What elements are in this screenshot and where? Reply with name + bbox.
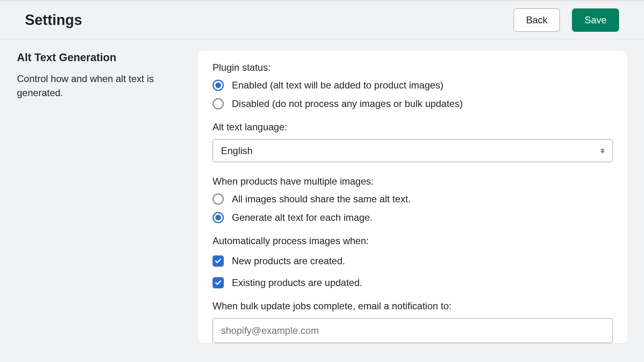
section-title: Alt Text Generation (17, 51, 190, 64)
plugin-status-disabled[interactable]: Disabled (do not process any images or b… (213, 98, 613, 109)
option-label: Enabled (alt text will be added to produ… (232, 80, 444, 91)
option-label: All images should share the same alt tex… (232, 193, 411, 205)
checkbox-checked-icon (213, 255, 224, 267)
language-label: Alt text language: (213, 121, 613, 133)
multi-image-label: When products have multiple images: (213, 176, 613, 187)
plugin-status-group: Plugin status: Enabled (alt text will be… (213, 62, 613, 109)
auto-process-label: Automatically process images when: (213, 235, 613, 247)
notify-label: When bulk update jobs complete, email a … (213, 300, 613, 312)
auto-process-updated[interactable]: Existing products are updated. (213, 277, 613, 288)
option-label: Disabled (do not process any images or b… (232, 98, 463, 109)
section-sidebar: Alt Text Generation Control how and when… (17, 51, 190, 343)
radio-icon (213, 98, 224, 109)
content-area: Alt Text Generation Control how and when… (0, 39, 644, 354)
option-label: Generate alt text for each image. (232, 212, 373, 223)
radio-icon (213, 80, 224, 91)
plugin-status-label: Plugin status: (213, 62, 613, 73)
language-group: Alt text language: English (213, 121, 613, 162)
language-select-wrapper: English (213, 139, 613, 162)
notify-email-input[interactable] (213, 318, 613, 343)
radio-icon (213, 212, 224, 223)
save-button[interactable]: Save (572, 8, 619, 32)
page-title: Settings (25, 12, 82, 29)
option-label: New products are created. (232, 255, 345, 267)
checkbox-checked-icon (213, 277, 224, 288)
settings-panel: Plugin status: Enabled (alt text will be… (198, 51, 627, 343)
section-description: Control how and when alt text is generat… (17, 72, 190, 100)
page-header: Settings Back Save (0, 1, 644, 39)
multi-image-share[interactable]: All images should share the same alt tex… (213, 193, 613, 205)
language-select[interactable]: English (213, 139, 613, 162)
multi-image-each[interactable]: Generate alt text for each image. (213, 212, 613, 223)
option-label: Existing products are updated. (232, 277, 362, 288)
radio-icon (213, 193, 224, 205)
notify-group: When bulk update jobs complete, email a … (213, 300, 613, 343)
auto-process-group: Automatically process images when: New p… (213, 235, 613, 288)
plugin-status-enabled[interactable]: Enabled (alt text will be added to produ… (213, 80, 613, 91)
back-button[interactable]: Back (514, 8, 560, 32)
header-buttons: Back Save (514, 8, 619, 32)
auto-process-new[interactable]: New products are created. (213, 255, 613, 267)
multi-image-group: When products have multiple images: All … (213, 176, 613, 223)
